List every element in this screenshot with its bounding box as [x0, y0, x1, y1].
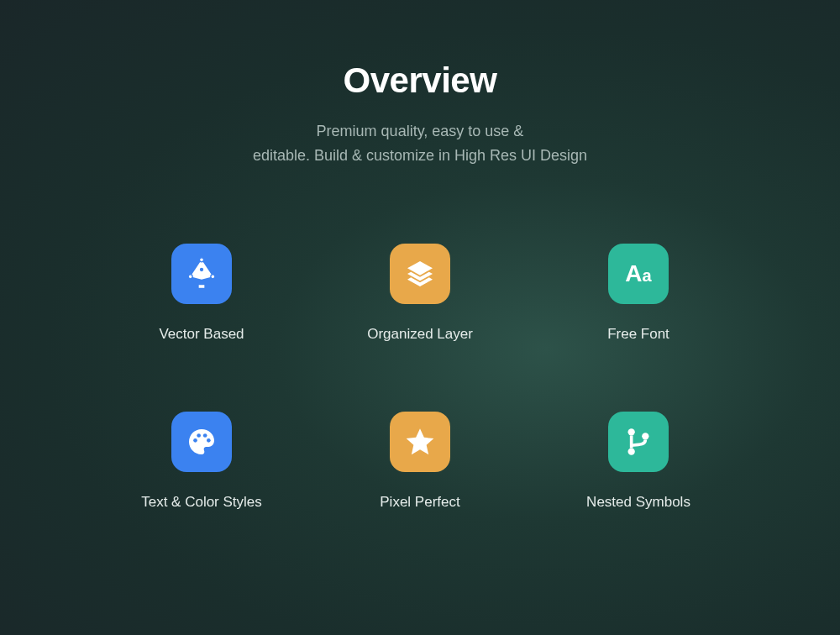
- feature-label: Pixel Perfect: [380, 494, 459, 511]
- page-title: Overview: [344, 60, 497, 101]
- svg-point-8: [628, 428, 635, 435]
- feature-label: Free Font: [607, 326, 669, 343]
- feature-vector-based: Vector Based: [109, 244, 294, 343]
- feature-label: Nested Symbols: [586, 494, 690, 511]
- feature-label: Text & Color Styles: [141, 494, 262, 511]
- svg-point-2: [211, 274, 215, 278]
- layers-icon: [390, 244, 450, 304]
- font-aa-icon: Aa: [608, 244, 669, 304]
- feature-label: Vector Based: [159, 326, 244, 343]
- features-grid: Vector Based Organized Layer Aa Free Fon…: [109, 244, 731, 511]
- svg-point-9: [628, 448, 635, 454]
- svg-point-0: [200, 267, 203, 270]
- svg-point-6: [203, 433, 207, 438]
- svg-point-5: [197, 433, 201, 438]
- star-icon: [390, 412, 450, 472]
- svg-point-10: [642, 433, 648, 439]
- feature-pixel-perfect: Pixel Perfect: [328, 412, 512, 511]
- feature-label: Organized Layer: [367, 326, 473, 343]
- svg-point-7: [207, 438, 211, 443]
- git-branch-icon: [608, 412, 669, 472]
- feature-organized-layer: Organized Layer: [328, 244, 512, 343]
- svg-point-1: [188, 274, 192, 278]
- palette-icon: [171, 412, 232, 472]
- feature-text-color-styles: Text & Color Styles: [109, 412, 294, 511]
- svg-point-4: [193, 438, 197, 443]
- page-subtitle: Premium quality, easy to use & editable.…: [253, 119, 587, 168]
- feature-nested-symbols: Nested Symbols: [546, 412, 731, 511]
- feature-free-font: Aa Free Font: [546, 244, 731, 343]
- pen-tool-icon: [171, 244, 232, 304]
- svg-point-3: [200, 257, 204, 261]
